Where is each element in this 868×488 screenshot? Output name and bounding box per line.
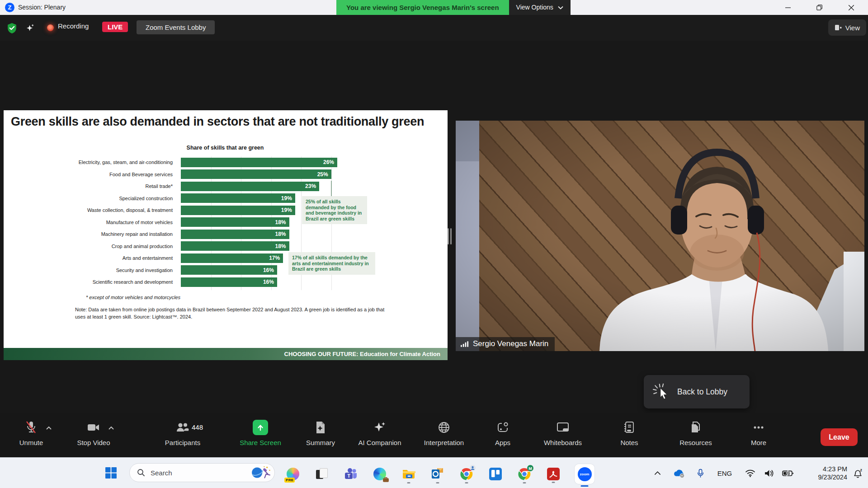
language-indicator[interactable]: ENG bbox=[714, 458, 735, 488]
meeting-content-area: Green skills are also demanded in sector… bbox=[0, 41, 868, 413]
clock-date: 9/23/2024 bbox=[804, 473, 847, 481]
tray-overflow-chevron[interactable] bbox=[652, 458, 663, 488]
taskbar-app-chrome[interactable] bbox=[457, 464, 476, 484]
taskbar-app-zoom[interactable]: zoom bbox=[575, 464, 594, 484]
chevron-up-icon[interactable] bbox=[108, 424, 114, 432]
start-button[interactable] bbox=[105, 467, 117, 481]
back-to-lobby-tooltip[interactable]: Back to Lobby bbox=[644, 375, 750, 408]
participants-count: 448 bbox=[192, 423, 203, 431]
annotation-connector-line bbox=[331, 181, 332, 197]
windows-taskbar: Search PRETMzoom ENG 4:23 PM 9/23/2024 bbox=[0, 457, 868, 488]
chart-row: Machinery repair and installation18% bbox=[4, 228, 448, 240]
zoom-events-lobby-button[interactable]: Zoom Events Lobby bbox=[137, 20, 215, 34]
toolbar-item-stop-video[interactable]: Stop Video bbox=[69, 418, 118, 454]
search-icon bbox=[137, 469, 145, 477]
window-title: Session: Plenary bbox=[18, 0, 66, 15]
panel-resize-handle[interactable] bbox=[448, 228, 452, 244]
microphone-tray-icon[interactable] bbox=[694, 458, 706, 488]
taskbar-app-teams[interactable]: T bbox=[341, 464, 361, 484]
close-button[interactable] bbox=[841, 0, 862, 15]
running-indicator bbox=[407, 482, 410, 483]
toolbar-item-participants[interactable]: 448Participants bbox=[151, 418, 214, 454]
chevron-up-icon[interactable] bbox=[46, 424, 52, 432]
toolbar-item-label: Resources bbox=[679, 439, 712, 446]
windows-logo-icon bbox=[105, 467, 117, 479]
zoom-icon: zoom bbox=[575, 464, 594, 484]
toolbar-item-summary[interactable]: Summary bbox=[291, 418, 350, 454]
taskbar-app-chrome-gmail[interactable]: M bbox=[514, 464, 534, 484]
outlook-icon bbox=[431, 467, 444, 481]
taskbar-clock[interactable]: 4:23 PM 9/23/2024 bbox=[804, 458, 847, 488]
taskbar-app-acrobat[interactable] bbox=[543, 464, 563, 484]
toolbar-item-more[interactable]: More bbox=[734, 418, 783, 454]
view-options-button[interactable]: View Options bbox=[509, 0, 571, 15]
wifi-icon[interactable] bbox=[743, 458, 757, 488]
toolbar-item-label: Share Screen bbox=[240, 439, 281, 446]
toolbar-item-interpretation[interactable]: Interpretation bbox=[410, 418, 478, 454]
taskbar-app-outlook[interactable] bbox=[428, 464, 448, 484]
taskbar-app-file-explorer[interactable] bbox=[399, 464, 419, 484]
connection-signal-icon bbox=[460, 341, 469, 347]
chart-row: Electricity, gas, steam, and air-conditi… bbox=[4, 156, 448, 169]
leave-button[interactable]: Leave bbox=[821, 428, 858, 446]
bar: 23% bbox=[181, 182, 319, 191]
taskbar-app-trello[interactable] bbox=[486, 464, 505, 484]
mic-muted-icon bbox=[25, 418, 38, 437]
share-screen-icon bbox=[253, 418, 268, 437]
chart-row: Arts and entertainment17% bbox=[4, 252, 448, 264]
chrome-gmail-icon: M bbox=[518, 467, 531, 481]
toolbar-item-apps[interactable]: Apps bbox=[478, 418, 528, 454]
restore-button[interactable] bbox=[809, 0, 830, 15]
apps-icon bbox=[496, 418, 509, 437]
onedrive-tray-icon[interactable] bbox=[672, 458, 685, 488]
bar-value-label: 17% bbox=[269, 255, 283, 261]
speaker-video-tile[interactable]: Sergio Venegas Marin bbox=[456, 121, 864, 351]
bar: 25% bbox=[181, 169, 331, 179]
bar-value-label: 18% bbox=[275, 231, 289, 237]
bar-category-label: Machinery repair and installation bbox=[4, 231, 177, 237]
pre-badge: PRE bbox=[284, 478, 295, 483]
bar-category-label: Electricity, gas, steam, and air-conditi… bbox=[4, 160, 177, 165]
viewing-banner-group: You are viewing Sergio Venegas Marin's s… bbox=[336, 0, 571, 15]
security-shield-icon[interactable] bbox=[7, 23, 17, 36]
toolbar-item-label: AI Companion bbox=[358, 439, 401, 446]
chevron-down-icon bbox=[558, 6, 563, 9]
toolbar-item-ai-companion[interactable]: AI Companion bbox=[348, 418, 411, 454]
recording-indicator-icon bbox=[47, 24, 54, 31]
notifications-bell-icon[interactable]: z bbox=[851, 458, 864, 488]
volume-icon[interactable] bbox=[762, 458, 776, 488]
chart-annotation-1: 25% of all skills demanded by the food a… bbox=[302, 196, 367, 224]
zoom-meeting-window: Z Session: Plenary You are viewing Sergi… bbox=[0, 0, 868, 488]
taskbar-app-copilot-pre[interactable]: PRE bbox=[283, 464, 303, 484]
battery-icon[interactable] bbox=[780, 458, 795, 488]
more-icon bbox=[752, 418, 765, 437]
toolbar-item-unmute[interactable]: Unmute bbox=[6, 418, 56, 454]
bar-category-label: Retail trade* bbox=[4, 183, 177, 189]
bar-value-label: 19% bbox=[281, 207, 295, 213]
bar-value-label: 25% bbox=[317, 171, 331, 178]
svg-text:M: M bbox=[528, 466, 532, 471]
acrobat-icon bbox=[547, 468, 560, 480]
toolbar-item-whiteboards[interactable]: Whiteboards bbox=[531, 418, 594, 454]
bar-category-label: Specialized construction bbox=[4, 196, 177, 201]
bar-value-label: 26% bbox=[323, 159, 337, 165]
bar-value-label: 18% bbox=[275, 243, 289, 249]
toolbar-item-resources[interactable]: Resources bbox=[666, 418, 725, 454]
toolbar-item-share-screen[interactable]: Share Screen bbox=[229, 418, 292, 454]
toolbar-item-label: Unmute bbox=[19, 439, 43, 446]
bar-category-label: Arts and entertainment bbox=[4, 255, 177, 261]
file-explorer-icon bbox=[402, 467, 415, 481]
view-layout-button[interactable]: View bbox=[828, 19, 866, 36]
search-box[interactable]: Search bbox=[129, 463, 275, 482]
running-indicator bbox=[552, 482, 555, 483]
ai-companion-icon bbox=[373, 418, 387, 437]
minimize-button[interactable] bbox=[778, 0, 798, 15]
taskbar-app-layers[interactable] bbox=[312, 464, 332, 484]
ai-companion-status-icon[interactable] bbox=[25, 23, 35, 35]
taskbar-app-edge[interactable] bbox=[370, 464, 390, 484]
toolbar-item-notes[interactable]: Notes bbox=[604, 418, 654, 454]
toolbar-item-label: Participants bbox=[165, 439, 200, 446]
close-icon bbox=[849, 5, 854, 10]
bar: 26% bbox=[181, 158, 337, 167]
clock-time: 4:23 PM bbox=[804, 465, 847, 473]
